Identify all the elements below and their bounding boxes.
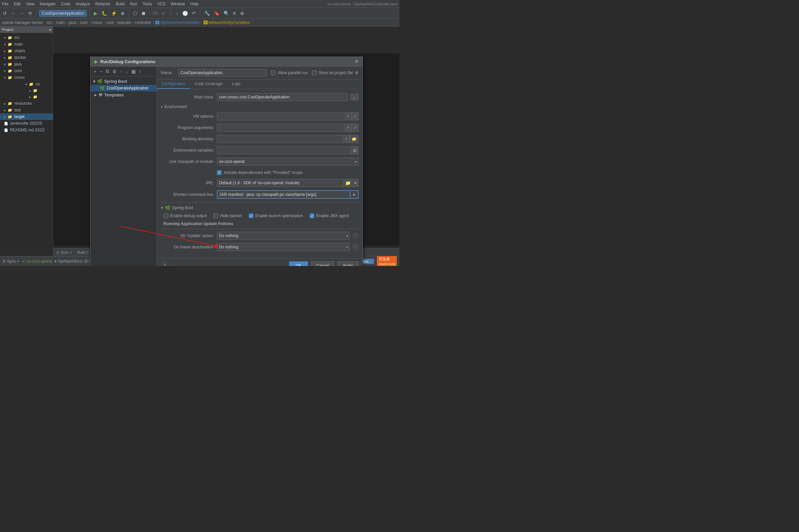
working-dir-folder-btn[interactable]: 📁 <box>350 135 358 143</box>
breadcrumb-root[interactable]: operat-manager-server <box>2 20 43 25</box>
breadcrumb-method[interactable]: 🅼 listNavInforByCondition <box>204 20 250 25</box>
jre-input[interactable] <box>217 179 343 187</box>
tree-test[interactable]: ▸ 📁 test <box>0 107 53 113</box>
git-fetch[interactable]: ✔ <box>160 10 167 17</box>
menu-run[interactable]: Run <box>130 2 137 6</box>
program-args-expand-btn[interactable]: + <box>345 124 351 132</box>
templates-group[interactable]: ▸ ⚒ Templates <box>91 92 157 98</box>
enable-debug-checkbox[interactable] <box>164 213 168 218</box>
tree-sub2[interactable]: ▸ 📁 <box>0 94 53 100</box>
tree-java[interactable]: ▾ 📁 java <box>0 61 53 68</box>
include-deps-checkbox[interactable]: ✓ <box>217 170 222 175</box>
project-panel-chevron[interactable]: ▾ <box>49 28 51 32</box>
git-pull[interactable]: ↓ <box>175 10 180 17</box>
menu-navigate[interactable]: Navigate <box>40 2 56 6</box>
add-config-button[interactable]: + <box>92 68 98 75</box>
tree-target[interactable]: ▸ 📁 target <box>0 113 53 120</box>
breadcrumb-operate[interactable]: operate <box>117 20 131 25</box>
menu-view[interactable]: View <box>26 2 35 6</box>
ok-button[interactable]: OK <box>289 261 308 266</box>
shorten-cmd-dropdown-btn[interactable]: ▾ <box>350 190 358 199</box>
tree-src[interactable]: ▾ 📁 src <box>0 34 53 41</box>
enable-launch-checkbox[interactable]: ✓ <box>249 213 254 218</box>
bottom-tab-sync[interactable]: d: Sync × <box>55 250 73 254</box>
tree-co[interactable]: ▾ 📁 co <box>0 81 53 88</box>
copy-config-button[interactable]: ⧉ <box>105 68 110 75</box>
run-config-selector[interactable]: CoslOperateApplication <box>39 10 87 17</box>
store-project-checkbox[interactable] <box>312 71 317 75</box>
jre-dropdown-btn[interactable]: ▾ <box>353 179 358 187</box>
working-dir-browse-btn[interactable]: + <box>343 135 349 143</box>
env-vars-expand-btn[interactable]: ⊞ <box>351 146 358 154</box>
dialog-close-button[interactable]: ✕ <box>354 59 358 64</box>
on-frame-help-icon[interactable]: ? <box>353 244 358 250</box>
tree-resources[interactable]: ▸ 📁 resources <box>0 100 53 107</box>
menu-analyze[interactable]: Analyze <box>76 2 90 6</box>
menu-edit[interactable]: Edit <box>14 2 21 6</box>
tree-charts[interactable]: ▸ 📁 charts <box>0 48 53 54</box>
move-up-button[interactable]: ↑ <box>119 68 124 75</box>
breadcrumb-cosl[interactable]: cosl <box>106 20 113 25</box>
menu-code[interactable]: Code <box>61 2 71 6</box>
working-dir-input[interactable] <box>217 135 343 143</box>
tree-docker[interactable]: ▸ 📁 docker <box>0 54 53 61</box>
main-class-input[interactable] <box>217 93 348 101</box>
tree-com[interactable]: ▾ 📁 com <box>0 68 53 74</box>
remove-config-button[interactable]: − <box>98 68 104 75</box>
tree-main[interactable]: ▾ 📁 main <box>0 41 53 48</box>
toolbar-refresh[interactable]: ↺ <box>1 10 8 17</box>
menu-help[interactable]: Help <box>190 2 199 6</box>
menu-build[interactable]: Build <box>116 2 125 6</box>
git-revert[interactable]: ↶ <box>191 10 197 17</box>
toolbar-kotlin[interactable]: K <box>232 10 238 17</box>
environment-section-header[interactable]: ▾ Environment <box>161 104 358 109</box>
env-vars-input[interactable] <box>217 146 351 154</box>
tree-readme[interactable]: 📄 README.md 2022/ <box>0 127 53 133</box>
shorten-cmd-input[interactable] <box>217 190 350 199</box>
vm-options-input[interactable] <box>217 112 346 120</box>
name-input[interactable] <box>178 69 267 76</box>
toolbar-coverage[interactable]: ⚡ <box>110 10 118 17</box>
breadcrumb-java[interactable]: java <box>69 20 76 25</box>
store-project-gear[interactable]: ⚙ <box>355 71 358 75</box>
vm-options-fullscreen-btn[interactable]: ⤢ <box>352 112 358 120</box>
on-frame-select[interactable]: Do nothing <box>217 243 350 251</box>
toolbar-back[interactable]: ← <box>9 10 17 17</box>
menu-refactor[interactable]: Refactor <box>95 2 110 6</box>
enable-jmx-checkbox[interactable]: ✓ <box>310 213 314 218</box>
breadcrumb-src[interactable]: src <box>47 20 52 25</box>
git-push[interactable]: ↑ <box>168 10 173 17</box>
main-class-browse-button[interactable]: ... <box>350 94 358 100</box>
filter-button[interactable]: ▦ <box>130 68 137 75</box>
apply-button[interactable]: Apply <box>337 261 358 266</box>
breadcrumb-class[interactable]: 🅲 OprNavInforController <box>155 20 200 25</box>
program-args-fullscreen-btn[interactable]: ⤢ <box>352 124 358 132</box>
toolbar-undo[interactable]: ⟲ <box>26 10 33 17</box>
toolbar-profile[interactable]: ⊕ <box>119 10 126 17</box>
config-settings-button[interactable]: ⚙ <box>111 68 118 75</box>
toolbar-stop[interactable]: ⏹ <box>140 10 147 17</box>
breadcrumb-com[interactable]: com <box>80 20 88 25</box>
cancel-button[interactable]: Cancel <box>311 261 334 266</box>
menu-tools[interactable]: Tools <box>143 2 152 6</box>
tab-configuration[interactable]: Configuration <box>157 79 190 89</box>
hide-banner-checkbox[interactable] <box>213 213 218 218</box>
tree-jenkinsfile[interactable]: 📄 Jenkinsfile 2022/9 <box>0 120 53 127</box>
menu-vcs[interactable]: VCS <box>157 2 166 6</box>
tree-cnooc[interactable]: ▾ 📁 cnooc <box>0 74 53 81</box>
on-update-select[interactable]: Do nothing <box>217 232 350 240</box>
spring-boot-group[interactable]: ▾ 🌿 Spring Boot <box>91 78 157 85</box>
sort-button[interactable]: ↕ <box>138 68 143 75</box>
toolbar-settings[interactable]: 🔧 <box>203 10 211 17</box>
dialog-help-button[interactable]: ? <box>161 262 168 266</box>
tab-code-coverage[interactable]: Code Coverage <box>190 79 227 89</box>
menu-file[interactable]: File <box>2 2 8 6</box>
toolbar-run[interactable]: ▶ <box>92 10 99 17</box>
toolbar-forward[interactable]: → <box>18 10 25 17</box>
vm-options-expand-btn[interactable]: + <box>345 112 351 120</box>
menu-window[interactable]: Window <box>171 2 185 6</box>
program-args-input[interactable] <box>217 124 346 132</box>
status-sync-button[interactable]: d: Sync × <box>3 259 19 264</box>
spring-boot-section-header[interactable]: ▾ 🌿 Spring Boot <box>161 205 358 210</box>
classpath-module-select[interactable]: oo-cosl-operat <box>217 158 358 166</box>
